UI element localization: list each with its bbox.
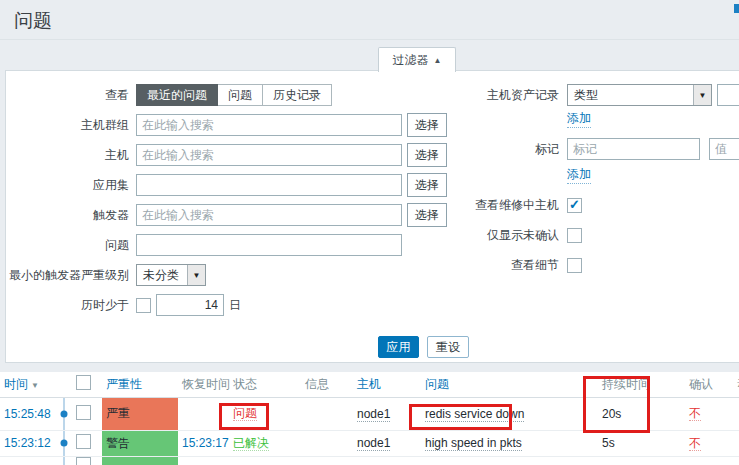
- timeline-cell: [56, 397, 72, 430]
- col-info: 信息: [301, 372, 353, 397]
- scroll-accent: [734, 4, 739, 13]
- inventory-label: 主机资产记录: [306, 87, 559, 104]
- col-status: 状态: [229, 372, 301, 397]
- filter-toggle-label: 过滤器: [393, 52, 429, 69]
- details-label: 查看细节: [306, 257, 559, 274]
- host-link[interactable]: node1: [357, 407, 390, 422]
- col-host[interactable]: 主机: [353, 372, 421, 397]
- problem-time-link[interactable]: 15:23:12: [4, 436, 51, 450]
- age-row: 历时少于 日: [6, 293, 241, 317]
- problem-label: 问题: [6, 237, 129, 254]
- inventory-add-link[interactable]: 添加: [567, 110, 591, 128]
- table-row-partial: [0, 456, 739, 465]
- age-input[interactable]: [156, 294, 224, 316]
- host-cell: node1: [353, 397, 421, 430]
- host-link[interactable]: node1: [357, 436, 390, 451]
- collapse-up-icon: ▲: [434, 56, 442, 65]
- inventory-value-input[interactable]: [717, 84, 739, 106]
- application-label: 应用集: [6, 177, 129, 194]
- col-checkbox: [72, 372, 102, 397]
- inventory-type-value: 类型: [568, 87, 693, 104]
- tab-problems[interactable]: 问题: [218, 84, 263, 106]
- age-unit-label: 日: [229, 297, 241, 314]
- status-link[interactable]: 问题: [233, 406, 257, 421]
- info-cell: [301, 430, 353, 456]
- title-divider: [0, 39, 739, 40]
- info-cell: [301, 397, 353, 430]
- status-cell: 已解决: [229, 430, 301, 456]
- tag-value-input[interactable]: [709, 138, 739, 160]
- recovery-time-link[interactable]: 15:23:17: [182, 436, 229, 450]
- age-checkbox[interactable]: [136, 298, 151, 313]
- recovery-cell: 15:23:17: [178, 430, 229, 456]
- problems-page: 问题 过滤器 ▲ 查看 最近的问题 问题 历史记录 主机群组 选择 主机 选择 …: [0, 0, 739, 465]
- problems-table-wrap: 时间▼ 严重性 恢复时间 状态 信息 主机 问题 持续时间 确认 动作: [0, 372, 739, 465]
- table-row: 15:23:12 警告 15:23:17 已解决 node1 high spee…: [0, 430, 739, 456]
- ack-cell: 不: [685, 430, 733, 456]
- problem-time-link[interactable]: 15:25:48: [4, 407, 51, 421]
- problem-cell: high speed in pkts: [421, 430, 598, 456]
- col-problem[interactable]: 问题: [421, 372, 598, 397]
- sort-desc-icon: ▼: [31, 381, 39, 390]
- details-checkbox[interactable]: [567, 258, 582, 273]
- problem-link[interactable]: redis service down: [425, 407, 524, 422]
- problem-link[interactable]: high speed in pkts: [425, 436, 522, 451]
- host-label: 主机: [6, 147, 129, 164]
- unacknowledged-label: 仅显示未确认: [306, 227, 559, 244]
- unacknowledged-row: 仅显示未确认: [306, 225, 582, 245]
- tags-label: 标记: [306, 141, 559, 158]
- col-duration: 持续时间: [598, 372, 685, 397]
- severity-cell: 警告: [102, 430, 178, 456]
- recovery-cell: [178, 397, 229, 430]
- col-time[interactable]: 时间▼: [0, 372, 56, 397]
- trigger-label: 触发器: [6, 207, 129, 224]
- timeline-dot-icon: [61, 440, 68, 447]
- col-recovery-time: 恢复时间: [178, 372, 229, 397]
- maintenance-label: 查看维修中主机: [306, 197, 559, 214]
- col-severity[interactable]: 严重性: [102, 372, 178, 397]
- show-filter-row: 查看 最近的问题 问题 历史记录: [6, 83, 332, 107]
- maintenance-checkbox[interactable]: [567, 198, 582, 213]
- filter-toggle-tab[interactable]: 过滤器 ▲: [378, 47, 456, 72]
- tag-name-input[interactable]: [567, 138, 700, 160]
- ack-link[interactable]: 不: [689, 436, 701, 451]
- details-row: 查看细节: [306, 255, 582, 275]
- tags-add-link[interactable]: 添加: [567, 166, 591, 184]
- row-checkbox[interactable]: [76, 434, 91, 449]
- severity-select[interactable]: 未分类 ▼: [136, 264, 206, 286]
- unacknowledged-checkbox[interactable]: [567, 228, 582, 243]
- tags-add-row: 添加: [306, 167, 591, 183]
- timeline-cell: [56, 456, 72, 465]
- problems-table: 时间▼ 严重性 恢复时间 状态 信息 主机 问题 持续时间 确认 动作: [0, 372, 739, 465]
- tab-recent-problems[interactable]: 最近的问题: [136, 84, 218, 106]
- inventory-row: 主机资产记录 类型 ▼: [306, 83, 739, 107]
- reset-button[interactable]: 重设: [427, 336, 469, 358]
- ack-cell: 不: [685, 397, 733, 430]
- show-label: 查看: [6, 87, 129, 104]
- problem-cell: redis service down: [421, 397, 598, 430]
- duration-cell: 5s: [598, 430, 685, 456]
- show-tab-group: 最近的问题 问题 历史记录: [136, 84, 332, 106]
- age-label: 历时少于: [6, 297, 129, 314]
- ack-link[interactable]: 不: [689, 406, 701, 421]
- status-link[interactable]: 已解决: [233, 436, 269, 451]
- timeline-cell: [56, 430, 72, 456]
- severity-cell: [102, 456, 178, 465]
- col-actions: 动作: [733, 372, 739, 397]
- apply-button[interactable]: 应用: [378, 336, 419, 358]
- row-checkbox[interactable]: [76, 457, 91, 465]
- host-cell: node1: [353, 430, 421, 456]
- duration-cell: 20s: [598, 397, 685, 430]
- severity-label: 最小的触发器严重级别: [6, 267, 129, 284]
- severity-row: 最小的触发器严重级别 未分类 ▼: [6, 263, 206, 287]
- inventory-type-select[interactable]: 类型 ▼: [567, 84, 712, 106]
- tags-row: 标记: [306, 137, 739, 161]
- maintenance-row: 查看维修中主机: [306, 195, 582, 215]
- table-header-row: 时间▼ 严重性 恢复时间 状态 信息 主机 问题 持续时间 确认 动作: [0, 372, 739, 397]
- row-checkbox[interactable]: [76, 405, 91, 420]
- severity-cell: 严重: [102, 397, 178, 430]
- select-all-checkbox[interactable]: [76, 375, 91, 390]
- timeline-dot-icon: [61, 410, 68, 417]
- table-row: 15:25:48 严重 问题 node1 redis service down …: [0, 397, 739, 430]
- severity-select-value: 未分类: [137, 267, 187, 284]
